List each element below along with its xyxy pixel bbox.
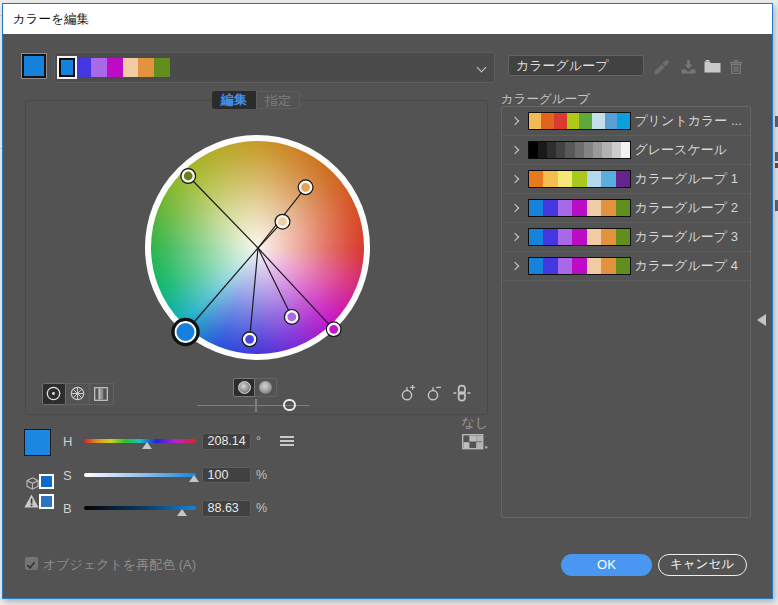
group-swatch [529, 113, 542, 130]
group-swatch [575, 142, 584, 159]
hue-value-input[interactable]: 208.14 [202, 433, 251, 450]
brightness-unit: % [256, 501, 267, 515]
harmony-swatch[interactable] [75, 58, 91, 77]
ok-button[interactable]: OK [561, 554, 652, 576]
group-swatch [529, 142, 538, 159]
chevron-right-icon[interactable] [511, 175, 519, 183]
harmony-spoke-line [258, 248, 292, 317]
recolor-artwork-label[interactable]: オブジェクトを再配色 (A) [43, 556, 196, 574]
group-swatch [529, 200, 544, 217]
color-group-row[interactable]: グレースケール [502, 136, 750, 165]
swatch-library-grid-icon[interactable] [462, 434, 488, 450]
color-wheel-panel [25, 100, 488, 415]
collapse-panel-arrow-icon[interactable] [757, 314, 766, 326]
new-folder-icon[interactable] [704, 60, 721, 73]
group-swatch [558, 200, 573, 217]
eyedropper-icon[interactable] [653, 59, 670, 75]
group-swatch-strip [528, 170, 632, 189]
group-swatch [572, 171, 587, 188]
screen: カラーを編集 カラーグループ [0, 0, 778, 605]
hue-slider[interactable] [84, 439, 196, 443]
chevron-right-icon[interactable] [511, 262, 519, 270]
cancel-button[interactable]: キャンセル [658, 554, 747, 576]
saturation-label: S [63, 468, 77, 483]
group-swatch [605, 113, 618, 130]
harmony-swatch[interactable] [154, 58, 170, 77]
import-icon[interactable] [681, 60, 696, 74]
group-swatch [601, 229, 616, 246]
group-swatch [543, 171, 558, 188]
group-swatch [601, 200, 616, 217]
saturation-value-input[interactable]: 100 [202, 467, 251, 484]
chevron-right-icon[interactable] [511, 204, 519, 212]
harmony-swatch[interactable] [123, 58, 139, 77]
saturation-slider[interactable] [84, 473, 196, 477]
group-swatch [617, 113, 630, 130]
gamut-warning-icon[interactable] [24, 494, 39, 512]
group-swatch [565, 142, 574, 159]
hue-slider-handle[interactable] [142, 442, 152, 449]
group-swatch [541, 113, 554, 130]
harmony-markers-overlay [26, 101, 489, 416]
tab-edit[interactable]: 編集 [212, 91, 256, 109]
harmony-spoke-line [186, 248, 259, 332]
color-marker[interactable] [242, 332, 257, 347]
dialog-title: カラーを編集 [13, 4, 89, 34]
web-safe-color-swatch[interactable] [39, 474, 54, 489]
harmony-spoke-line [188, 176, 258, 248]
out-of-web-cube-icon[interactable] [26, 476, 39, 494]
group-swatch [602, 142, 611, 159]
saturation-slider-handle[interactable] [189, 475, 199, 482]
group-swatch [572, 229, 587, 246]
color-mode-menu-icon[interactable] [280, 436, 294, 448]
color-marker[interactable] [284, 310, 299, 325]
harmony-swatch[interactable] [138, 58, 154, 77]
group-name-label: カラーグループ 3 [635, 223, 738, 251]
color-marker[interactable] [275, 214, 290, 229]
color-group-row[interactable]: カラーグループ 1 [502, 165, 750, 194]
color-group-row[interactable]: プリントカラー ... [502, 107, 750, 136]
group-swatch [567, 113, 580, 130]
harmony-colors-combobox[interactable] [54, 52, 495, 83]
brightness-slider-handle[interactable] [177, 509, 187, 516]
chevron-right-icon[interactable] [511, 146, 519, 154]
group-swatch [601, 258, 616, 275]
check-icon [25, 559, 37, 571]
selected-color-marker[interactable] [173, 319, 198, 344]
group-swatch [621, 142, 630, 159]
harmony-swatch[interactable] [59, 58, 75, 77]
tab-assign[interactable]: 指定 [256, 91, 300, 109]
view-tabs: 編集 指定 [212, 91, 300, 109]
active-color-well[interactable] [22, 54, 46, 78]
color-group-name-input[interactable]: カラーグループ [508, 55, 644, 76]
dialog-titlebar[interactable]: カラーを編集 [3, 4, 772, 34]
color-marker[interactable] [181, 169, 196, 184]
trash-icon[interactable] [730, 60, 742, 74]
group-name-label: カラーグループ 4 [635, 252, 738, 280]
group-swatch [601, 171, 616, 188]
harmony-swatch[interactable] [107, 58, 123, 77]
harmony-swatch[interactable] [91, 58, 107, 77]
group-name-label: カラーグループ 2 [635, 194, 738, 222]
brightness-label: B [63, 501, 77, 516]
group-swatch [587, 229, 602, 246]
harmony-swatch-strip [59, 58, 170, 77]
brightness-value-input[interactable]: 88.63 [202, 500, 251, 517]
color-group-row[interactable]: カラーグループ 2 [502, 194, 750, 223]
group-swatch [616, 171, 631, 188]
background-app-strip [774, 0, 778, 605]
chevron-right-icon[interactable] [511, 233, 519, 241]
recolor-artwork-checkbox[interactable] [25, 557, 38, 570]
chevron-right-icon[interactable] [511, 117, 519, 125]
color-marker[interactable] [298, 180, 313, 195]
color-groups-list: プリントカラー ...グレースケールカラーグループ 1カラーグループ 2カラーグ… [501, 106, 751, 518]
group-swatch [547, 142, 556, 159]
group-swatch-strip [528, 141, 632, 160]
color-marker[interactable] [326, 322, 341, 337]
group-swatch [558, 171, 573, 188]
in-gamut-color-swatch[interactable] [39, 494, 54, 509]
edit-colors-dialog: カラーを編集 カラーグループ [2, 3, 773, 599]
color-group-row[interactable]: カラーグループ 3 [502, 223, 750, 252]
color-group-row[interactable]: カラーグループ 4 [502, 252, 750, 281]
group-swatch [616, 229, 631, 246]
